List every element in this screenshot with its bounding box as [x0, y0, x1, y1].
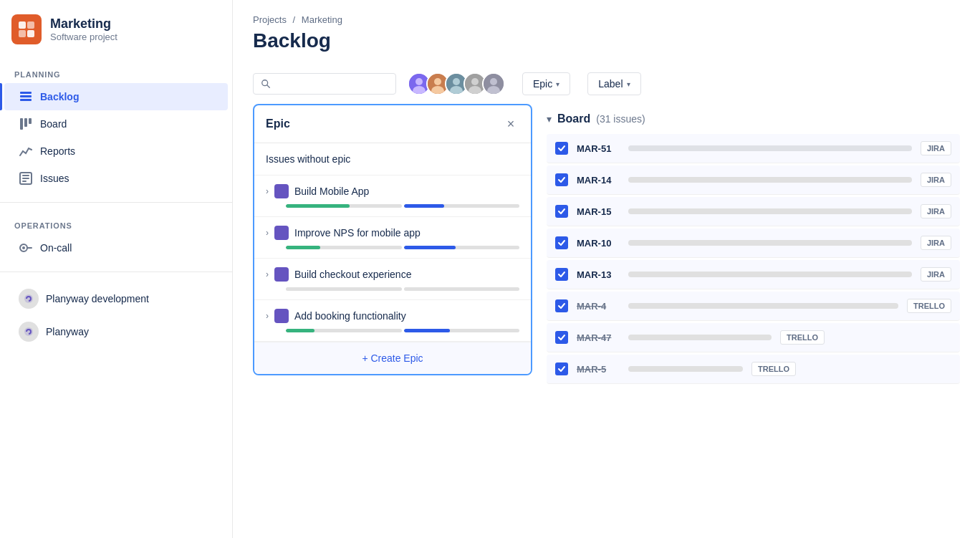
- issue-bar-mar10: [628, 240, 912, 246]
- avatar-5[interactable]: [482, 72, 505, 95]
- epic-panel: Epic × Issues without epic › Build Mobil…: [253, 104, 532, 375]
- label-filter-label: Label: [598, 78, 623, 90]
- epic-item-header: › Improve NPS for mobile app: [266, 226, 519, 240]
- svg-rect-7: [20, 118, 23, 130]
- backlog-icon: [19, 90, 33, 104]
- issue-bar-mar14: [628, 177, 912, 183]
- board-section: ▾ Board (31 issues) MAR-51 JIRA: [547, 104, 960, 524]
- checkbox-mar4[interactable]: [555, 299, 568, 312]
- checkbox-mar51[interactable]: [555, 142, 568, 155]
- epic-filter-label: Epic: [533, 78, 552, 90]
- board-header[interactable]: ▾ Board (31 issues): [547, 104, 960, 134]
- epic-panel-title: Epic: [266, 117, 290, 130]
- board-items: MAR-51 JIRA MAR-14 JIRA MAR-15: [547, 134, 960, 386]
- sidebar-item-reports[interactable]: Reports: [4, 138, 228, 165]
- progress-bar-green: [286, 246, 320, 249]
- epic-item-add-booking[interactable]: › Add booking functionality: [254, 300, 531, 342]
- svg-point-34: [490, 78, 497, 85]
- epic-filter-chevron: ▾: [556, 80, 559, 88]
- progress-bar-blue: [404, 246, 456, 249]
- project-subtitle: Software project: [50, 32, 117, 42]
- table-row[interactable]: MAR-47 TRELLO: [547, 323, 960, 352]
- project-info: Marketing Software project: [50, 16, 117, 43]
- table-row[interactable]: MAR-4 TRELLO: [547, 292, 960, 321]
- breadcrumb-projects[interactable]: Projects: [253, 14, 287, 25]
- epic-item-chevron: ›: [266, 269, 269, 279]
- epic-item-build-checkout[interactable]: › Build checkout experience: [254, 259, 531, 300]
- epic-progress-bars: [266, 204, 519, 208]
- toolbar: Epic ▾ Label ▾: [233, 64, 980, 104]
- search-input[interactable]: [277, 78, 388, 90]
- main-header: Projects / Marketing Backlog: [233, 0, 980, 64]
- svg-rect-12: [22, 178, 29, 179]
- epic-item-header: › Add booking functionality: [266, 309, 519, 323]
- table-row[interactable]: MAR-51 JIRA: [547, 134, 960, 163]
- issue-bar-mar15: [628, 208, 912, 214]
- epic-panel-header: Epic ×: [254, 105, 531, 143]
- svg-rect-6: [20, 99, 32, 101]
- epic-filter-button[interactable]: Epic ▾: [522, 72, 570, 95]
- svg-point-31: [471, 78, 479, 85]
- label-filter-chevron: ▾: [627, 80, 630, 88]
- table-row[interactable]: MAR-13 JIRA: [547, 260, 960, 289]
- svg-rect-9: [29, 118, 32, 124]
- sidebar-item-board[interactable]: Board: [4, 110, 228, 138]
- main-content: Projects / Marketing Backlog: [233, 0, 980, 538]
- reports-icon: [19, 144, 33, 158]
- sidebar-item-issues[interactable]: Issues: [4, 165, 228, 192]
- board-title: Board: [557, 112, 590, 125]
- epic-item-build-mobile-app[interactable]: › Build Mobile App: [254, 176, 531, 217]
- issue-tag-mar4: TRELLO: [907, 299, 951, 313]
- epic-color-dot: [274, 267, 289, 282]
- issue-id-mar10: MAR-10: [577, 238, 620, 249]
- label-filter-button[interactable]: Label ▾: [587, 72, 640, 95]
- planning-section-label: Planning: [0, 62, 232, 83]
- epic-item-chevron: ›: [266, 186, 269, 196]
- sidebar-item-planyway[interactable]: Planyway: [4, 315, 228, 348]
- progress-bar-blue-container: [404, 287, 520, 291]
- checkbox-mar10[interactable]: [555, 236, 568, 249]
- sidebar-header: Marketing Software project: [0, 0, 232, 62]
- epic-close-button[interactable]: ×: [502, 115, 519, 133]
- checkbox-mar15[interactable]: [555, 205, 568, 218]
- epic-item-name: Build checkout experience: [294, 269, 411, 280]
- svg-point-17: [24, 294, 33, 303]
- epic-progress-bars: [266, 287, 519, 291]
- checkbox-mar5[interactable]: [555, 362, 568, 375]
- issue-bar-mar47: [628, 335, 772, 340]
- issue-id-mar47: MAR-47: [577, 332, 620, 343]
- checkbox-mar13[interactable]: [555, 268, 568, 281]
- board-toggle-icon: ▾: [547, 113, 552, 125]
- table-row[interactable]: MAR-5 TRELLO: [547, 355, 960, 384]
- table-row[interactable]: MAR-10 JIRA: [547, 229, 960, 258]
- search-box[interactable]: [253, 73, 396, 95]
- epic-panel-body: Issues without epic › Build Mobile App: [254, 143, 531, 342]
- planyway-dot: [19, 322, 39, 342]
- issue-bar-mar5: [628, 366, 743, 372]
- epic-item-improve-nps[interactable]: › Improve NPS for mobile app: [254, 217, 531, 259]
- issue-id-mar4: MAR-4: [577, 301, 620, 312]
- sidebar-item-backlog-label: Backlog: [40, 91, 79, 102]
- no-epic-item[interactable]: Issues without epic: [254, 143, 531, 176]
- table-row[interactable]: MAR-14 JIRA: [547, 165, 960, 195]
- sidebar-item-planyway-label: Planyway: [46, 326, 89, 337]
- progress-bar-blue: [404, 204, 445, 208]
- table-row[interactable]: MAR-15 JIRA: [547, 197, 960, 226]
- sidebar-item-issues-label: Issues: [40, 173, 69, 184]
- progress-bar-green: [286, 329, 314, 332]
- sidebar-item-planyway-dev[interactable]: Planyway development: [4, 282, 228, 315]
- sidebar-item-board-label: Board: [40, 118, 67, 130]
- create-epic-button[interactable]: + Create Epic: [254, 342, 531, 374]
- svg-point-16: [22, 246, 25, 249]
- sidebar-item-oncall-label: On-call: [40, 242, 72, 254]
- sidebar: Marketing Software project Planning Back…: [0, 0, 233, 538]
- checkbox-mar14[interactable]: [555, 173, 568, 186]
- issue-tag-mar13: JIRA: [921, 267, 951, 282]
- svg-rect-13: [22, 181, 27, 182]
- checkbox-mar47[interactable]: [555, 331, 568, 344]
- sidebar-item-oncall[interactable]: On-call: [4, 234, 228, 261]
- sidebar-item-backlog[interactable]: Backlog: [4, 83, 228, 110]
- issue-id-mar15: MAR-15: [577, 206, 620, 217]
- breadcrumb-marketing[interactable]: Marketing: [302, 14, 342, 25]
- issue-id-mar51: MAR-51: [577, 143, 620, 154]
